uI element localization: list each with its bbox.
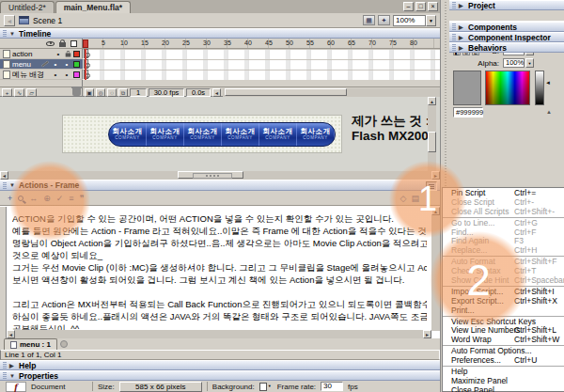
help-panel-header[interactable]: ▶ Help	[0, 360, 440, 370]
collapsed-panel-header[interactable]: ▶ Behaviors	[449, 42, 564, 53]
scroll-left-icon[interactable]: ◄	[7, 330, 15, 338]
background-color-swatch[interactable]: ▼	[259, 383, 273, 391]
layer-visible-dot[interactable]: •	[54, 50, 63, 58]
pin-script-icon[interactable]	[60, 340, 68, 348]
nav-button[interactable]: 회사소개 COMPANY	[259, 123, 297, 146]
channel-stepper-icon[interactable]: ▼	[525, 58, 534, 68]
layer-outline-color[interactable]	[73, 71, 80, 78]
brightness-slider[interactable]	[535, 71, 544, 105]
document-tab[interactable]: Untitled-2*	[0, 1, 55, 13]
scroll-left-icon[interactable]: ◄	[212, 88, 221, 97]
find-icon[interactable]	[18, 196, 24, 201]
script-horizontal-scrollbar[interactable]: ◄ ►	[7, 330, 431, 338]
context-menu-item[interactable]: Close Panel	[443, 386, 564, 392]
nav-button[interactable]: 회사소개 COMPANY	[184, 123, 222, 146]
add-script-icon[interactable]: +	[8, 192, 12, 205]
auto-format-icon[interactable]: ≡	[69, 192, 73, 205]
timeline-layer-row[interactable]: menu • •	[0, 59, 83, 70]
center-frame-icon[interactable]: ▣	[85, 88, 94, 97]
show-hide-icon[interactable]	[46, 41, 55, 46]
debug-options-icon[interactable]: ◇	[400, 192, 407, 205]
edit-multiple-frames-icon[interactable]: ⧉	[118, 88, 128, 97]
frame-grid[interactable]	[83, 49, 440, 80]
nav-button[interactable]: 회사소개 COMPANY	[109, 123, 147, 146]
document-size-button[interactable]: 585 x 66 pixels	[119, 382, 202, 392]
scroll-up-icon[interactable]: ▲	[428, 97, 436, 105]
motion-guide-icon[interactable]: ∿	[14, 88, 24, 97]
context-menu-item[interactable]: Print...	[443, 306, 564, 317]
collapse-panel-icon[interactable]: ▲	[546, 109, 552, 115]
nav-button[interactable]: 회사소개 COMPANY	[297, 123, 335, 146]
stage-vertical-scrollbar[interactable]: ▲	[428, 97, 436, 171]
timeline-layer-row[interactable]: 메뉴 배경 • •	[0, 70, 83, 80]
scrollbar-thumb[interactable]	[428, 132, 436, 152]
script-tab[interactable]: menu : 1	[4, 338, 57, 350]
back-icon[interactable]: ◄	[4, 15, 15, 26]
onion-skin-icon[interactable]: ◎	[96, 88, 105, 97]
nav-button[interactable]: 회사소개 COMPANY	[147, 123, 184, 146]
zoom-control[interactable]: 100% ▼	[393, 15, 436, 26]
panel-options-menu-icon[interactable]	[426, 181, 437, 191]
view-options-icon[interactable]: ▤	[411, 192, 419, 205]
timeline-layer-row[interactable]: action •	[0, 49, 83, 59]
panel-splitter-handle[interactable]	[193, 173, 232, 179]
insert-target-path-icon[interactable]: ⊕	[43, 192, 51, 205]
outline-icon[interactable]	[70, 40, 77, 47]
layer-lock-dot[interactable]: •	[62, 60, 71, 69]
context-menu-item[interactable]: Close All Scripts Ctrl+Shift+-	[443, 208, 564, 218]
scroll-left-icon[interactable]: ◄	[0, 171, 8, 180]
scroll-right-icon[interactable]: ►	[431, 171, 440, 180]
layer-locked-icon[interactable]	[66, 54, 71, 57]
document-tab[interactable]: main_Menu.fla*	[55, 1, 131, 13]
timeline-panel-header[interactable]: ▼ Timeline	[0, 28, 440, 39]
actions-panel-header[interactable]: ▼ Actions - Frame	[0, 180, 440, 191]
show-code-hint-icon[interactable]: ❞	[80, 192, 85, 205]
stage-canvas[interactable]: 회사소개 COMPANY 회사소개 COMPANY 회사소개 COMPANY 회…	[62, 115, 342, 153]
timeline-scrollbar[interactable]	[223, 88, 440, 97]
script-text[interactable]: ACTION을 기입할 수 있는 공간이며, 어떤 ACTION을 넣을 수 있…	[12, 212, 427, 335]
check-syntax-icon[interactable]: ✓	[56, 192, 64, 205]
zoom-dropdown-icon[interactable]: ▼	[426, 15, 436, 26]
nav-button[interactable]: 회사소개 COMPANY	[222, 123, 259, 146]
context-menu-item[interactable]: Preferences... Ctrl+U	[443, 356, 564, 367]
zoom-value[interactable]: 100%	[393, 15, 426, 26]
script-vertical-scrollbar[interactable]: ▲	[431, 207, 440, 331]
playhead[interactable]	[83, 39, 88, 48]
scrollbar-thumb[interactable]	[225, 88, 347, 96]
collapsed-panel-header[interactable]: ▶ Component Inspector	[449, 32, 564, 42]
context-menu-item[interactable]: Replace... Ctrl+H	[443, 246, 564, 257]
properties-panel-header[interactable]: ▼ Properties	[0, 370, 440, 381]
onion-outline-icon[interactable]: ◌	[107, 88, 117, 97]
minimize-button[interactable]: –	[403, 2, 414, 11]
layer-visible-dot[interactable]: •	[51, 60, 60, 69]
insert-layer-icon[interactable]: +	[2, 88, 12, 97]
framerate-input[interactable]: 30	[321, 382, 343, 391]
layer-folder-icon[interactable]: ▱	[26, 88, 37, 97]
lock-icon[interactable]	[59, 42, 66, 47]
restore-button[interactable]: □	[415, 2, 426, 11]
frame-ruler[interactable]: 5101520253035404550556065707580	[83, 39, 440, 49]
project-panel-header[interactable]: ▶ Project	[449, 0, 564, 10]
edit-symbols-icon[interactable]: ✦	[378, 15, 390, 25]
channel-input[interactable]: 100%	[503, 58, 525, 68]
frame-rate[interactable]: 30.0 fps	[149, 88, 184, 97]
hex-color-input[interactable]: #999999	[453, 107, 483, 118]
collapsed-panel-header[interactable]: ▶ Components	[449, 22, 564, 32]
color-spectrum-picker[interactable]	[485, 71, 530, 105]
script-pane-splitter[interactable]	[0, 207, 7, 339]
replace-icon[interactable]: ↔	[29, 192, 38, 205]
layer-outline-color[interactable]	[73, 51, 80, 57]
stage-pasteboard[interactable]: 회사소개 COMPANY 회사소개 COMPANY 회사소개 COMPANY 회…	[0, 97, 440, 171]
delete-layer-icon[interactable]	[72, 88, 81, 96]
edit-scene-icon[interactable]: ▦	[363, 15, 375, 25]
context-menu-item[interactable]: Word Wrap Ctrl+Shift+W	[443, 336, 564, 346]
scroll-right-icon[interactable]: ►	[423, 330, 431, 338]
brightness-marker-icon[interactable]: ◄	[545, 80, 551, 86]
layer-outline-color[interactable]	[73, 61, 80, 68]
close-button[interactable]: ×	[428, 2, 438, 11]
layer-visible-dot[interactable]: •	[51, 71, 60, 79]
script-pane[interactable]: ACTION을 기입할 수 있는 공간이며, 어떤 ACTION을 넣을 수 있…	[0, 206, 440, 338]
scroll-up-icon[interactable]: ▲	[431, 207, 440, 215]
context-menu-item[interactable]: Show Code Hint Ctrl+Spacebar	[443, 276, 564, 287]
layer-lock-dot[interactable]: •	[62, 71, 71, 79]
